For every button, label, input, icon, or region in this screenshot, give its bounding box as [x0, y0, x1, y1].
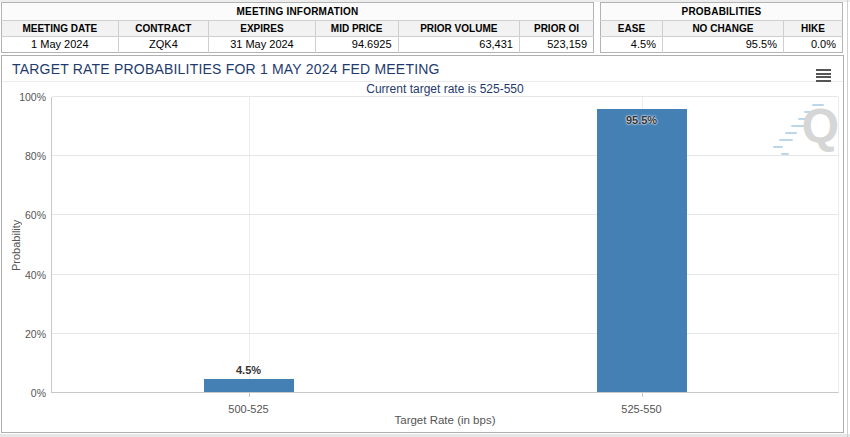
meeting-information-row: 1 May 2024 ZQK4 31 May 2024 94.6925 63,4… [2, 37, 594, 53]
contract-value: ZQK4 [118, 37, 209, 53]
y-axis-tick-label: 80% [2, 150, 46, 162]
meeting-information-table: MEETING INFORMATION MEETING DATE CONTRAC… [1, 2, 594, 53]
category-gridline [249, 97, 250, 392]
prior-oi-value: 523,159 [519, 37, 593, 53]
col-header-expires: EXPIRES [209, 21, 316, 37]
x-axis-tick [249, 392, 250, 397]
col-header-prior-volume: PRIOR VOLUME [398, 21, 519, 37]
gridline [52, 214, 838, 215]
col-header-no-change: NO CHANGE [662, 21, 783, 37]
probabilities-row: 4.5% 95.5% 0.0% [601, 37, 843, 53]
gridline [52, 155, 838, 156]
probability-bar[interactable] [204, 379, 294, 392]
probabilities-title: PROBABILITIES [601, 3, 843, 21]
ease-value: 4.5% [601, 37, 663, 53]
y-axis-tick-label: 20% [2, 328, 46, 340]
gridline [52, 96, 838, 97]
probabilities-table: PROBABILITIES EASE NO CHANGE HIKE 4.5% 9… [600, 2, 843, 53]
hike-value: 0.0% [783, 37, 842, 53]
col-header-contract: CONTRACT [118, 21, 209, 37]
gridline [52, 333, 838, 334]
col-header-hike: HIKE [783, 21, 842, 37]
expires-value: 31 May 2024 [209, 37, 316, 53]
y-axis-labels: 0%20%40%60%80%100% [2, 97, 46, 393]
mid-price-value: 94.6925 [315, 37, 398, 53]
bar-data-label: 4.5% [52, 364, 445, 376]
gridline [52, 274, 838, 275]
col-header-mid-price: MID PRICE [315, 21, 398, 37]
chart-panel: TARGET RATE PROBABILITIES FOR 1 MAY 2024… [1, 55, 844, 433]
probability-bar[interactable] [597, 109, 687, 392]
chart-subtitle: Current target rate is 525-550 [51, 82, 839, 96]
meeting-date-value: 1 May 2024 [2, 37, 119, 53]
hamburger-menu-icon[interactable] [816, 69, 831, 82]
plot-area: 4.5%500-52595.5%525-550 [51, 97, 839, 393]
col-header-meeting-date: MEETING DATE [2, 21, 119, 37]
y-axis-tick-label: 60% [2, 209, 46, 221]
bar-column: 95.5%525-550 [445, 97, 838, 392]
prior-volume-value: 63,431 [398, 37, 519, 53]
right-edge-divider [847, 0, 848, 437]
no-change-value: 95.5% [662, 37, 783, 53]
x-axis-tick [642, 392, 643, 397]
y-axis-tick-label: 100% [2, 91, 46, 103]
meeting-information-title: MEETING INFORMATION [2, 3, 594, 21]
col-header-ease: EASE [601, 21, 663, 37]
x-axis-title: Target Rate (in bps) [51, 414, 839, 426]
chart-title: TARGET RATE PROBABILITIES FOR 1 MAY 2024… [2, 56, 843, 82]
bar-column: 4.5%500-525 [52, 97, 445, 392]
y-axis-tick-label: 40% [2, 269, 46, 281]
bar-columns: 4.5%500-52595.5%525-550 [52, 97, 838, 392]
col-header-prior-oi: PRIOR OI [519, 21, 593, 37]
y-axis-tick-label: 0% [2, 387, 46, 399]
fedwatch-screen: MEETING INFORMATION MEETING DATE CONTRAC… [0, 0, 850, 437]
bar-data-label: 95.5% [445, 114, 838, 126]
